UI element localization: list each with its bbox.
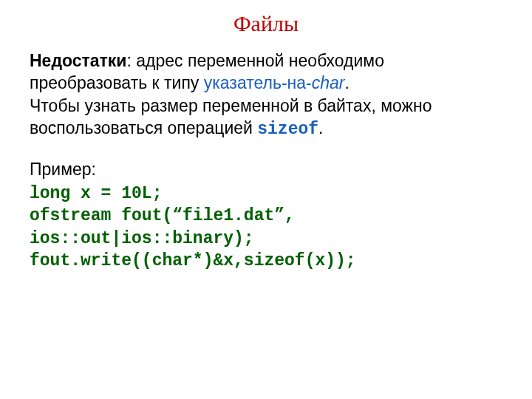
disadvantages-label: Недостатки <box>30 51 127 70</box>
text-segment: . <box>344 73 349 92</box>
code-example: long x = 10L; ofstream fout(“file1.dat”,… <box>30 183 502 272</box>
text-italic: char <box>312 73 345 92</box>
text-segment: . <box>318 118 323 137</box>
code-line: ofstream fout(“file1.dat”, <box>30 206 295 225</box>
code-line: fout.write((char*)&x,sizeof(x)); <box>30 251 356 270</box>
code-line: long x = 10L; <box>30 184 162 203</box>
text-segment: указатель-на- <box>204 73 312 92</box>
code-line: ios::out|ios::binary); <box>30 229 254 248</box>
page-title: Файлы <box>30 11 502 36</box>
paragraph-disadvantages: Недостатки: адрес переменной необходимо … <box>30 50 502 140</box>
example-label: Пример: <box>30 158 502 180</box>
sizeof-keyword: sizeof <box>257 120 318 139</box>
text-segment: Чтобы узнать размер переменной в байтах,… <box>30 96 432 137</box>
type-link: указатель-на-char <box>204 73 345 92</box>
